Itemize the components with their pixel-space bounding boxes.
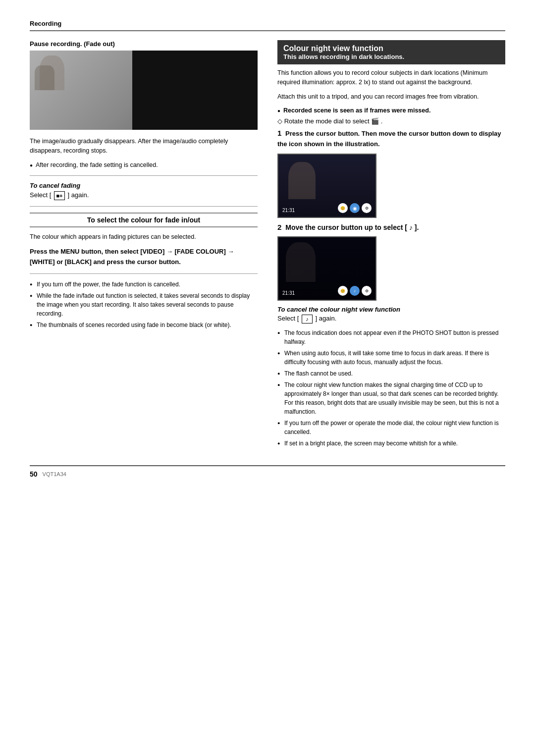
cancel-fading-icon: ■+ — [54, 191, 65, 200]
camera-screen-2: 21:31 😊 ♪ ⚙ — [277, 236, 376, 301]
pause-recording-label: Pause recording. (Fade out) — [30, 40, 258, 48]
cam-icon-face-2: 😊 — [338, 286, 348, 296]
section-divider-2 — [30, 206, 258, 207]
time-label-1: 21:31 — [282, 208, 295, 213]
person-silhouette-2 — [35, 65, 54, 90]
section-divider-1 — [30, 175, 258, 176]
cancel-fading-select-text: Select [ — [30, 192, 51, 199]
menu-section: Press the MENU button, then select [VIDE… — [30, 247, 258, 268]
fade-img-graphic — [30, 51, 258, 130]
bullet-recorded: Recorded scene is seen as if frames were… — [277, 106, 505, 115]
left-column: Pause recording. (Fade out) The image/au… — [30, 40, 258, 450]
menu-heading: Press the MENU button, then select [VIDE… — [30, 247, 258, 268]
step1-text: Press the cursor button. Then move the c… — [277, 130, 501, 148]
rotate-text: Rotate the mode dial to select — [284, 117, 370, 125]
right-column: Colour night view function This allows r… — [277, 40, 505, 450]
left-note-3: The thumbnails of scenes recorded using … — [30, 321, 258, 329]
fade-image — [30, 51, 258, 130]
two-col-layout: Pause recording. (Fade out) The image/au… — [30, 40, 505, 450]
left-notes: If you turn off the power, the fade func… — [30, 280, 258, 329]
cam-icon-right-1: ⚙ — [362, 203, 372, 213]
step2-icon: ♪ — [409, 223, 415, 231]
right-note-5: If you turn off the power or operate the… — [277, 419, 505, 436]
page-footer: 50 VQT1A34 — [30, 465, 505, 478]
cam-icon-right-2: ⚙ — [362, 286, 372, 296]
right-notes: The focus indication does not appear eve… — [277, 328, 505, 448]
page-number: 50 — [30, 470, 38, 478]
top-divider — [30, 30, 505, 31]
camera-screen-1: 21:31 😊 ◉ ⚙ — [277, 154, 376, 218]
left-note-2: While the fade in/fade out function is s… — [30, 291, 258, 318]
cancel-night-icon: ♪ — [302, 315, 313, 324]
right-desc-1: This function allows you to record colou… — [277, 68, 505, 87]
time-label-2: 21:31 — [282, 290, 295, 296]
right-note-3: The flash cannot be used. — [277, 369, 505, 378]
right-note-4: The colour night view function makes the… — [277, 380, 505, 416]
fade-desc-1: The image/audio gradually disappears. Af… — [30, 137, 258, 156]
step1-heading: 1 Press the cursor button. Then move the… — [277, 128, 505, 149]
right-note-2: When using auto focus, it will take some… — [277, 349, 505, 367]
diamond-step: ◇ Rotate the mode dial to select 🎬 . — [277, 117, 505, 125]
step2-heading: 2 Move the cursor button up to select [ … — [277, 223, 505, 231]
person-in-screen — [288, 162, 316, 199]
right-note-1: The focus indication does not appear eve… — [277, 328, 505, 346]
fade-colour-header: To select the colour for fade in/out — [30, 213, 258, 227]
cancel-night-select-text: Select [ — [277, 315, 299, 322]
colour-night-header: Colour night view function This allows r… — [277, 40, 505, 64]
right-note-6: If set in a bright place, the screen may… — [277, 439, 505, 448]
cam-icon-active-1: ◉ — [350, 203, 360, 213]
left-note-1: If you turn off the power, the fade func… — [30, 280, 258, 289]
cancel-fading-select-line: Select [ ■+ ] again. — [30, 191, 258, 200]
camera-icons-bar-1: 😊 ◉ ⚙ — [338, 203, 372, 213]
section-divider-3 — [30, 273, 258, 274]
person-dark — [286, 242, 316, 282]
cam-icon-face: 😊 — [338, 203, 348, 213]
cancel-fading-label: To cancel fading — [30, 182, 258, 189]
colour-night-subtitle: This allows recording in dark locations. — [283, 53, 499, 60]
cam-icon-night: ♪ — [350, 286, 360, 296]
step2-number: 2 — [277, 223, 281, 231]
camera-icon: 🎬 . — [371, 117, 382, 125]
cancel-night-again: ] again. — [316, 315, 337, 322]
cancel-fading-again: ] again. — [68, 192, 89, 199]
colour-night-title: Colour night view function — [283, 44, 499, 53]
step2-text: Move the cursor button up to select [ — [285, 223, 407, 231]
cancel-night-label: To cancel the colour night view function — [277, 306, 505, 313]
bullet-after-recording: After recording, the fade setting is can… — [30, 161, 258, 170]
step1-number: 1 — [277, 129, 281, 137]
fade-colour-desc: The colour which appears in fading pictu… — [30, 232, 258, 242]
recording-label: Recording — [30, 20, 505, 27]
model-number: VQT1A34 — [43, 471, 66, 477]
page-container: Recording Pause recording. (Fade out) Th… — [30, 20, 505, 478]
camera-icons-bar-2: 😊 ♪ ⚙ — [338, 286, 372, 296]
step2-end: ]. — [415, 223, 419, 231]
right-desc-2: Attach this unit to a tripod, and you ca… — [277, 92, 505, 102]
diamond-icon: ◇ — [277, 117, 284, 125]
cancel-night-select-line: Select [ ♪ ] again. — [277, 315, 505, 324]
